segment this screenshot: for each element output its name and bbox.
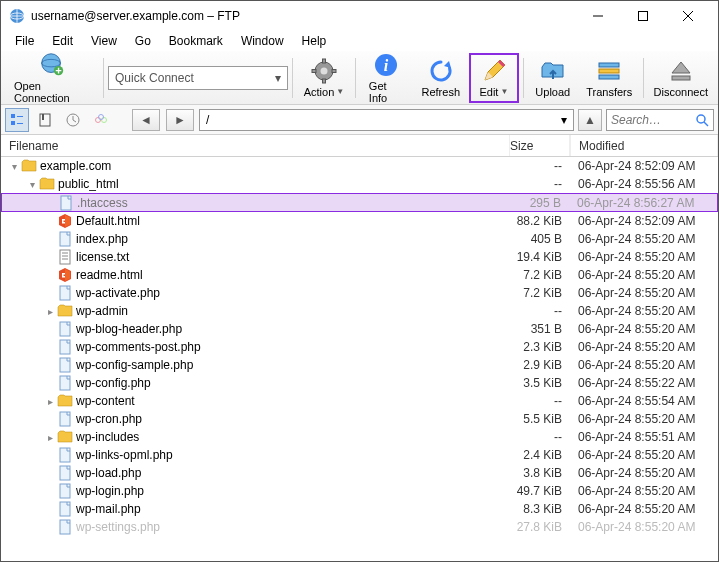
file-row[interactable]: wp-cron.php5.5 KiB06-Apr-24 8:55:20 AM (1, 410, 718, 428)
file-modified: 06-Apr-24 8:55:20 AM (570, 484, 718, 498)
svg-rect-47 (60, 484, 70, 498)
file-modified: 06-Apr-24 8:55:20 AM (570, 340, 718, 354)
file-row[interactable]: ▸wp-admin--06-Apr-24 8:55:20 AM (1, 302, 718, 320)
file-row[interactable]: license.txt19.4 KiB06-Apr-24 8:55:20 AM (1, 248, 718, 266)
disconnect-button[interactable]: Disconnect (648, 53, 714, 103)
expander-icon[interactable]: ▸ (43, 306, 57, 317)
file-modified: 06-Apr-24 8:55:51 AM (570, 430, 718, 444)
expander-icon[interactable]: ▾ (7, 161, 21, 172)
nav-up-button[interactable]: ▲ (578, 109, 602, 131)
svg-rect-39 (60, 286, 70, 300)
svg-rect-22 (17, 116, 23, 117)
file-row[interactable]: readme.html7.2 KiB06-Apr-24 8:55:20 AM (1, 266, 718, 284)
file-name: wp-comments-post.php (76, 340, 201, 354)
file-name: index.php (76, 232, 128, 246)
transfers-icon (595, 57, 623, 85)
search-input[interactable] (611, 113, 695, 127)
svg-rect-21 (11, 114, 15, 118)
file-name: public_html (58, 177, 119, 191)
file-name: wp-content (76, 394, 135, 408)
get-info-button[interactable]: i Get Info (360, 53, 413, 103)
menu-go[interactable]: Go (127, 32, 159, 50)
file-modified: 06-Apr-24 8:55:20 AM (570, 466, 718, 480)
svg-rect-48 (60, 502, 70, 516)
col-size[interactable]: Size (510, 135, 570, 156)
file-row[interactable]: wp-activate.php7.2 KiB06-Apr-24 8:55:20 … (1, 284, 718, 302)
file-row[interactable]: wp-blog-header.php351 B06-Apr-24 8:55:20… (1, 320, 718, 338)
svg-rect-26 (42, 114, 44, 120)
file-size: 405 B (510, 232, 570, 246)
svg-point-29 (102, 117, 107, 122)
open-connection-button[interactable]: Open Connection (5, 53, 99, 103)
view-bonjour-button[interactable] (89, 108, 113, 132)
file-row[interactable]: ▾public_html--06-Apr-24 8:55:56 AM (1, 175, 718, 193)
file-modified: 06-Apr-24 8:55:20 AM (570, 412, 718, 426)
file-size: 3.8 KiB (510, 466, 570, 480)
txt-icon (57, 249, 73, 265)
app-icon (9, 8, 25, 24)
nav-forward-button[interactable]: ► (166, 109, 194, 131)
close-button[interactable] (665, 2, 710, 30)
expander-icon[interactable]: ▾ (25, 179, 39, 190)
nav-back-button[interactable]: ◄ (132, 109, 160, 131)
file-icon (58, 195, 74, 211)
file-row[interactable]: ▸wp-includes--06-Apr-24 8:55:51 AM (1, 428, 718, 446)
file-name: wp-mail.php (76, 502, 141, 516)
file-row[interactable]: wp-comments-post.php2.3 KiB06-Apr-24 8:5… (1, 338, 718, 356)
file-row[interactable]: wp-config-sample.php2.9 KiB06-Apr-24 8:5… (1, 356, 718, 374)
chevron-down-icon: ▾ (275, 71, 281, 85)
menu-help[interactable]: Help (294, 32, 335, 50)
view-history-button[interactable] (61, 108, 85, 132)
file-size: 19.4 KiB (510, 250, 570, 264)
menu-view[interactable]: View (83, 32, 125, 50)
file-size: 3.5 KiB (510, 376, 570, 390)
file-row[interactable]: wp-mail.php8.3 KiB06-Apr-24 8:55:20 AM (1, 500, 718, 518)
view-tree-button[interactable] (5, 108, 29, 132)
quick-connect-dropdown[interactable]: Quick Connect ▾ (108, 66, 288, 90)
file-row[interactable]: ▾example.com--06-Apr-24 8:52:09 AM (1, 157, 718, 175)
file-row[interactable]: wp-settings.php27.8 KiB06-Apr-24 8:55:20… (1, 518, 718, 536)
file-row[interactable]: ▸wp-content--06-Apr-24 8:55:54 AM (1, 392, 718, 410)
search-box[interactable] (606, 109, 714, 131)
eject-icon (667, 57, 695, 85)
file-name: .htaccess (77, 196, 128, 210)
refresh-button[interactable]: Refresh (415, 53, 467, 103)
toolbar: Open Connection Quick Connect ▾ Action▼ … (1, 51, 718, 105)
file-row[interactable]: .htaccess295 B06-Apr-24 8:56:27 AM (1, 193, 718, 212)
edit-button[interactable]: Edit▼ (469, 53, 519, 103)
file-row[interactable]: index.php405 B06-Apr-24 8:55:20 AM (1, 230, 718, 248)
file-size: 27.8 KiB (510, 520, 570, 534)
file-size: 5.5 KiB (510, 412, 570, 426)
file-row[interactable]: wp-links-opml.php2.4 KiB06-Apr-24 8:55:2… (1, 446, 718, 464)
expander-icon[interactable]: ▸ (43, 432, 57, 443)
file-list[interactable]: ▾example.com--06-Apr-24 8:52:09 AM▾publi… (1, 157, 718, 561)
file-size: -- (510, 304, 570, 318)
col-filename[interactable]: Filename (1, 135, 510, 156)
file-modified: 06-Apr-24 8:55:56 AM (570, 177, 718, 191)
maximize-button[interactable] (620, 2, 665, 30)
file-size: 49.7 KiB (510, 484, 570, 498)
action-button[interactable]: Action▼ (297, 53, 351, 103)
file-row[interactable]: wp-config.php3.5 KiB06-Apr-24 8:55:22 AM (1, 374, 718, 392)
file-size: 7.2 KiB (510, 286, 570, 300)
file-row[interactable]: wp-login.php49.7 KiB06-Apr-24 8:55:20 AM (1, 482, 718, 500)
file-modified: 06-Apr-24 8:55:20 AM (570, 250, 718, 264)
file-row[interactable]: wp-load.php3.8 KiB06-Apr-24 8:55:20 AM (1, 464, 718, 482)
file-size: 2.4 KiB (510, 448, 570, 462)
menu-file[interactable]: File (7, 32, 42, 50)
svg-rect-3 (638, 12, 647, 21)
minimize-button[interactable] (575, 2, 620, 30)
svg-rect-45 (60, 448, 70, 462)
file-row[interactable]: Default.html88.2 KiB06-Apr-24 8:52:09 AM (1, 212, 718, 230)
col-modified[interactable]: Modified (570, 135, 718, 156)
file-name: Default.html (76, 214, 140, 228)
menu-edit[interactable]: Edit (44, 32, 81, 50)
transfers-button[interactable]: Transfers (580, 53, 639, 103)
path-dropdown[interactable]: / ▾ (199, 109, 574, 131)
upload-button[interactable]: Upload (528, 53, 578, 103)
file-icon (57, 339, 73, 355)
expander-icon[interactable]: ▸ (43, 396, 57, 407)
view-bookmark-button[interactable] (33, 108, 57, 132)
menu-window[interactable]: Window (233, 32, 292, 50)
menu-bookmark[interactable]: Bookmark (161, 32, 231, 50)
